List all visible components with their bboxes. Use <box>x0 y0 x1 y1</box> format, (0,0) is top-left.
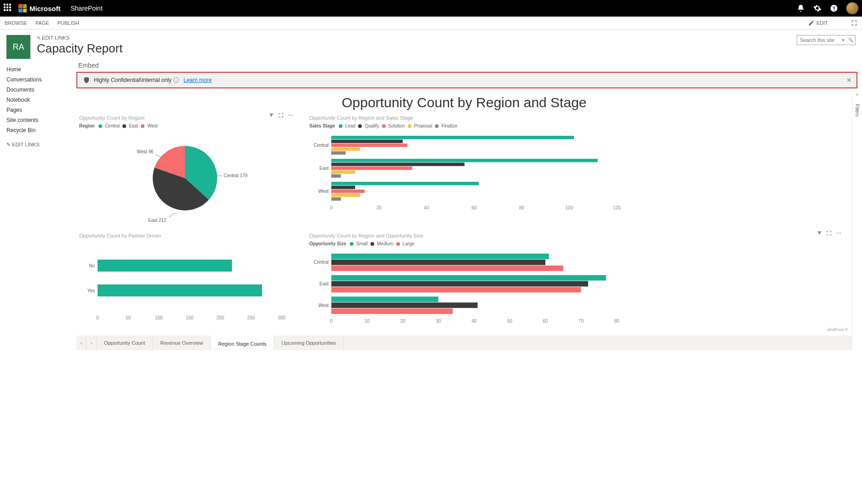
svg-text:30: 30 <box>436 319 441 324</box>
edit-links-top[interactable]: ✎ EDIT LINKS <box>37 35 122 41</box>
learn-more-link[interactable]: Learn more <box>184 77 212 83</box>
search-input[interactable] <box>797 37 839 43</box>
more-options-icon[interactable] <box>836 230 842 236</box>
nav-recycle-bin[interactable]: Recycle Bin <box>6 125 69 135</box>
ribbon-page[interactable]: PAGE <box>35 20 49 26</box>
ribbon-browse[interactable]: BROWSE <box>5 20 27 26</box>
chart-legend: Sales Stage Lead Qualify Solution Propos… <box>309 123 843 128</box>
nav-pages[interactable]: Pages <box>6 105 69 115</box>
svg-text:40: 40 <box>424 205 429 210</box>
svg-text:150: 150 <box>186 315 194 320</box>
svg-text:Central: Central <box>314 260 329 265</box>
notifications-icon[interactable] <box>797 4 805 12</box>
search-box[interactable]: ▾ 🔍 <box>797 35 856 45</box>
svg-text:Central 179: Central 179 <box>224 173 248 178</box>
svg-point-47 <box>838 232 839 233</box>
svg-rect-52 <box>331 260 545 265</box>
svg-rect-23 <box>331 182 479 185</box>
search-icon[interactable]: 🔍 <box>847 38 854 42</box>
svg-rect-14 <box>331 147 360 151</box>
page-header: RA ✎ EDIT LINKS Capacity Report ▾ 🔍 <box>0 29 862 61</box>
svg-text:80: 80 <box>614 319 619 324</box>
sensitivity-label: Highly Confidential\Internal only <box>94 77 172 83</box>
svg-text:120: 120 <box>613 205 621 210</box>
site-logo[interactable]: RA <box>6 35 30 59</box>
attribution-text: obviEnce © <box>827 327 848 332</box>
page-title: Capacity Report <box>37 41 122 56</box>
svg-text:50: 50 <box>507 319 513 324</box>
chart-legend: Region Central East West <box>79 123 295 128</box>
bar-svg[interactable]: NoYes050100150200250300 <box>79 241 291 329</box>
info-icon[interactable]: i <box>174 77 179 83</box>
chart-title: Opportunity Count by Partner Driven <box>79 233 295 238</box>
nav-notebook[interactable]: Notebook <box>6 95 69 105</box>
svg-rect-51 <box>331 254 549 259</box>
chart-region-size-bars: Opportunity Count by Region and Opportun… <box>307 228 845 333</box>
filter-icon[interactable] <box>816 230 822 236</box>
app-launcher-icon[interactable] <box>4 4 13 13</box>
help-icon[interactable] <box>830 4 838 12</box>
report-tabs: ‹ › Opportunity Count Revenue Overview R… <box>76 336 852 350</box>
nav-site-contents[interactable]: Site contents <box>6 115 69 125</box>
filter-icon[interactable] <box>268 112 274 118</box>
app-name[interactable]: SharePoint <box>71 5 103 12</box>
svg-text:0: 0 <box>330 205 333 210</box>
sensitivity-banner: Highly Confidential\Internal only i Lear… <box>76 72 857 88</box>
svg-text:100: 100 <box>155 315 163 320</box>
tab-opportunity-count[interactable]: Opportunity Count <box>97 336 153 350</box>
svg-rect-20 <box>331 170 355 174</box>
svg-rect-17 <box>331 159 598 162</box>
svg-rect-13 <box>331 144 407 147</box>
svg-rect-36 <box>98 260 232 272</box>
settings-icon[interactable] <box>813 4 822 12</box>
svg-text:20: 20 <box>376 205 382 210</box>
svg-text:100: 100 <box>565 205 573 210</box>
filters-pane-collapsed[interactable]: ‹ Filters <box>852 88 862 350</box>
svg-point-46 <box>837 232 838 233</box>
report-title: Opportunity Count by Region and Stage <box>76 95 852 110</box>
svg-text:70: 70 <box>579 319 584 324</box>
chevron-left-icon[interactable]: ‹ <box>856 91 858 98</box>
filters-label: Filters <box>855 104 860 116</box>
svg-line-5 <box>169 213 176 217</box>
tab-prev-icon[interactable]: ‹ <box>76 336 87 350</box>
search-dropdown-icon[interactable]: ▾ <box>839 38 847 42</box>
close-banner-icon[interactable]: ✕ <box>846 76 852 84</box>
svg-rect-25 <box>331 190 364 193</box>
nav-documents[interactable]: Documents <box>6 85 69 95</box>
grouped-bar-svg[interactable]: CentralEastWest01020304050607080 <box>309 250 631 328</box>
svg-text:East 212: East 212 <box>148 218 167 223</box>
focus-icon[interactable] <box>826 230 832 236</box>
svg-text:0: 0 <box>330 319 333 324</box>
svg-point-0 <box>289 115 289 116</box>
tab-region-stage-counts[interactable]: Region Stage Counts <box>211 336 274 350</box>
grouped-bar-svg[interactable]: CentralEastWest020406080100120 <box>309 132 631 215</box>
svg-rect-15 <box>331 151 346 155</box>
svg-rect-38 <box>98 284 262 296</box>
nav-conversations[interactable]: Conversations <box>6 75 69 85</box>
focus-icon[interactable] <box>278 112 284 118</box>
pie-chart-svg[interactable]: Central 179 East 212 West 96 <box>79 132 291 224</box>
suite-header: Microsoft SharePoint <box>0 0 862 17</box>
sensitivity-icon <box>83 76 90 84</box>
tab-next-icon[interactable]: › <box>87 336 97 350</box>
svg-rect-55 <box>331 275 606 281</box>
microsoft-text: Microsoft <box>29 5 61 12</box>
svg-rect-12 <box>331 139 403 143</box>
ribbon-edit[interactable]: EDIT <box>808 20 836 26</box>
more-options-icon[interactable] <box>288 112 294 118</box>
svg-text:20: 20 <box>400 319 405 324</box>
svg-line-7 <box>155 154 161 157</box>
user-avatar[interactable] <box>846 2 858 14</box>
nav-home[interactable]: Home <box>6 64 69 75</box>
microsoft-logo: Microsoft <box>18 4 61 12</box>
edit-links-nav[interactable]: ✎ EDIT LINKS <box>6 142 69 148</box>
tab-revenue-overview[interactable]: Revenue Overview <box>153 336 211 350</box>
ribbon-publish[interactable]: PUBLISH <box>58 20 79 26</box>
tab-upcoming-opportunities[interactable]: Upcoming Opportunities <box>274 336 344 350</box>
focus-mode-icon[interactable] <box>851 20 857 26</box>
svg-text:East: East <box>319 166 329 171</box>
svg-text:West: West <box>318 303 329 308</box>
svg-point-1 <box>290 115 291 116</box>
chart-title: Opportunity Count by Region <box>79 115 295 121</box>
